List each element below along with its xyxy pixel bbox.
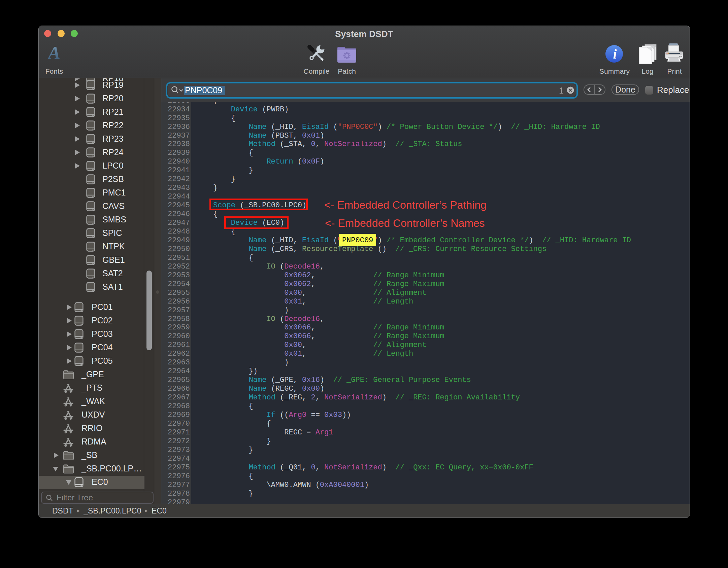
svg-text:i: i — [613, 46, 617, 62]
